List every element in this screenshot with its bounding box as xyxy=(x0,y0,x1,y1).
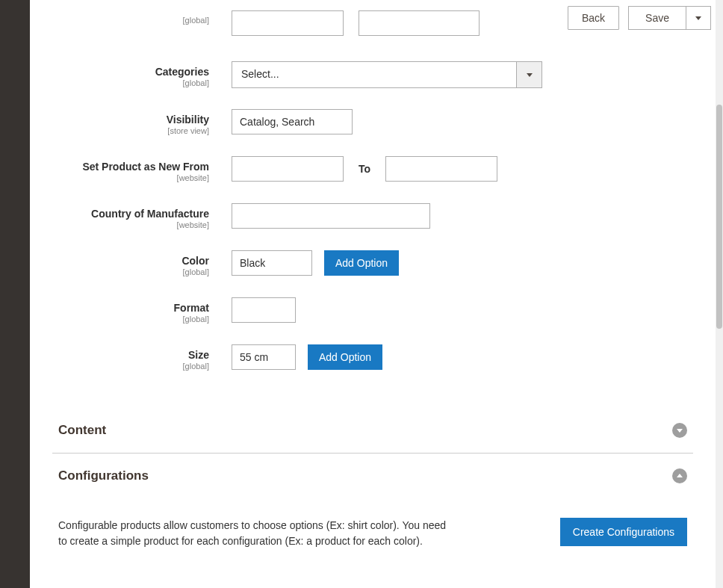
color-select[interactable] xyxy=(232,250,312,276)
categories-input[interactable]: Select... xyxy=(232,61,517,88)
categories-multiselect[interactable]: Select... xyxy=(232,61,542,88)
content-area: [global] Categories [global] xyxy=(30,0,716,588)
save-button-group: Save xyxy=(628,6,711,30)
configurations-body: Configurable products allow customers to… xyxy=(58,518,687,549)
top-input-1[interactable] xyxy=(232,10,344,36)
save-button[interactable]: Save xyxy=(628,6,686,30)
field-row-color: Color [global] Add Option xyxy=(30,250,702,276)
country-label: Country of Manufacture xyxy=(57,208,209,220)
add-option-size-button[interactable]: Add Option xyxy=(308,344,382,370)
visibility-select[interactable] xyxy=(232,109,353,134)
country-select[interactable] xyxy=(232,203,430,229)
chevron-down-icon xyxy=(672,423,687,438)
scrollbar-track[interactable] xyxy=(716,0,723,588)
configurations-description: Configurable products allow customers to… xyxy=(58,518,447,549)
size-label: Size xyxy=(57,349,209,361)
content-section-title: Content xyxy=(58,423,106,438)
scrollbar-thumb[interactable] xyxy=(716,105,722,329)
new-from-date[interactable] xyxy=(232,156,344,182)
field-row-visibility: Visibility [store view] xyxy=(30,109,702,135)
color-scope: [global] xyxy=(57,267,209,276)
visibility-label: Visibility xyxy=(57,114,209,126)
field-row-country: Country of Manufacture [website] xyxy=(30,203,702,229)
field-row-new-from: Set Product as New From [website] To xyxy=(30,156,702,182)
categories-toggle[interactable] xyxy=(517,61,542,88)
new-from-label: Set Product as New From xyxy=(57,161,209,173)
field-row-categories: Categories [global] Select... xyxy=(30,61,702,88)
page-container: Back Save [global] xyxy=(30,0,723,588)
field-row-size: Size [global] Add Option xyxy=(30,344,702,371)
categories-label: Categories xyxy=(57,66,209,78)
color-label: Color xyxy=(57,255,209,267)
top-input-2[interactable] xyxy=(359,10,480,36)
field-row-format: Format [global] xyxy=(30,297,702,324)
caret-down-icon xyxy=(695,16,701,20)
caret-down-icon xyxy=(527,73,533,77)
create-configurations-button[interactable]: Create Configurations xyxy=(560,518,687,546)
country-scope: [website] xyxy=(57,220,209,229)
product-form: [global] Categories [global] xyxy=(30,10,702,371)
size-select[interactable] xyxy=(232,344,296,370)
chevron-up-icon xyxy=(672,468,687,483)
new-from-scope: [website] xyxy=(57,173,209,182)
new-to-date[interactable] xyxy=(385,156,497,182)
admin-sidebar[interactable] xyxy=(0,0,30,588)
back-button[interactable]: Back xyxy=(568,6,619,30)
format-label: Format xyxy=(57,302,209,314)
format-select[interactable] xyxy=(232,297,296,323)
field-scope: [global] xyxy=(57,16,209,25)
section-content-header[interactable]: Content xyxy=(52,408,693,454)
categories-scope: [global] xyxy=(57,78,209,87)
size-scope: [global] xyxy=(57,362,209,371)
section-configurations-header[interactable]: Configurations xyxy=(52,454,693,498)
save-dropdown-toggle[interactable] xyxy=(686,6,711,30)
configurations-section-title: Configurations xyxy=(58,468,149,483)
header-actions: Back Save xyxy=(568,6,711,30)
visibility-scope: [store view] xyxy=(57,126,209,135)
format-scope: [global] xyxy=(57,315,209,324)
add-option-color-button[interactable]: Add Option xyxy=(324,250,399,276)
to-label: To xyxy=(356,163,373,175)
